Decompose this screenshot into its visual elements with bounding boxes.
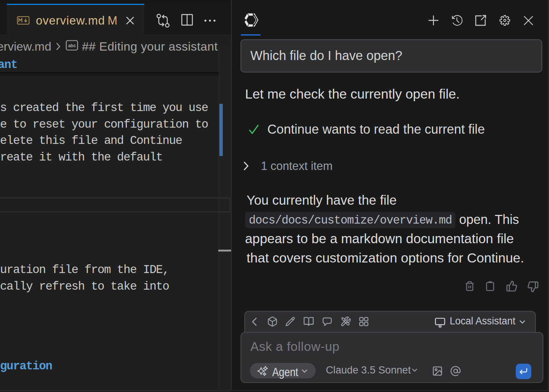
svg-text:abc: abc (68, 43, 76, 48)
